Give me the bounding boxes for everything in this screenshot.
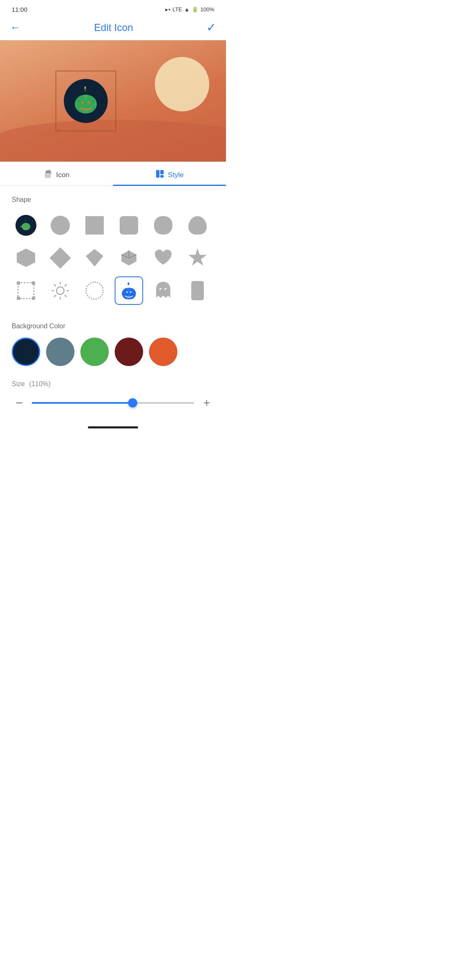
svg-rect-28 [32, 281, 35, 285]
tab-style[interactable]: Style [113, 164, 226, 186]
shape-item-heart[interactable] [149, 244, 177, 272]
size-control: − + [12, 395, 214, 410]
shape-item-square[interactable] [80, 211, 109, 240]
preview-sun [155, 57, 209, 111]
shape-item-current-icon[interactable] [12, 211, 40, 240]
color-swatch-3[interactable] [115, 338, 143, 366]
svg-point-18 [22, 223, 31, 230]
icon-tab-icon [44, 169, 53, 181]
status-icons: ▸▪ LTE ▲ 🔋 100% [165, 6, 214, 13]
size-plus-button[interactable]: + [199, 395, 214, 410]
svg-point-3 [86, 95, 95, 113]
color-swatch-1[interactable] [46, 338, 74, 366]
svg-line-37 [65, 295, 67, 297]
shape-item-selection[interactable] [12, 276, 40, 305]
tab-icon-label: Icon [56, 171, 69, 179]
bottom-bar [0, 419, 226, 433]
wifi-icon: ▸▪ [165, 6, 170, 13]
shape-item-cube[interactable] [115, 244, 143, 272]
svg-rect-29 [17, 297, 20, 300]
confirm-button[interactable]: ✓ [206, 21, 216, 34]
back-button[interactable]: ← [10, 21, 21, 34]
svg-point-2 [77, 95, 86, 113]
svg-point-21 [21, 226, 22, 227]
preview-icon-inner [64, 79, 108, 123]
shape-grid [12, 211, 214, 305]
shape-item-star[interactable] [183, 244, 212, 272]
shape-item-rounded-square[interactable] [115, 211, 143, 240]
preview-icon-frame [56, 71, 116, 132]
style-tab-icon [155, 169, 164, 181]
shape-section: Shape [0, 186, 226, 312]
shape-item-diamond-gem[interactable] [80, 244, 109, 272]
color-row [12, 338, 214, 366]
size-section: Size (110%) − + [0, 374, 226, 419]
status-bar: 11:00 ▸▪ LTE ▲ 🔋 100% [0, 0, 226, 16]
shape-item-phone[interactable] [183, 276, 212, 305]
svg-rect-17 [26, 220, 26, 222]
shape-item-diamond-rotate[interactable] [46, 244, 74, 272]
color-swatch-2[interactable] [80, 338, 109, 366]
shape-item-squircle[interactable] [149, 211, 177, 240]
battery-label: 100% [200, 6, 214, 13]
svg-rect-30 [32, 297, 35, 300]
shape-item-circle[interactable] [46, 211, 74, 240]
tab-style-label: Style [168, 171, 184, 179]
svg-rect-16 [160, 175, 164, 178]
svg-rect-40 [128, 282, 129, 285]
svg-rect-10 [85, 86, 86, 89]
slider-track[interactable] [32, 402, 194, 404]
background-color-section: Background Color [0, 312, 226, 374]
page-title: Edit Icon [94, 22, 133, 34]
size-label: Size (110%) [12, 380, 214, 388]
shape-item-pumpkin[interactable] [115, 276, 143, 305]
current-icon-shape [15, 215, 36, 236]
shape-item-dotted-circle[interactable] [80, 276, 109, 305]
svg-point-9 [85, 111, 87, 113]
svg-point-31 [56, 287, 64, 294]
shape-item-hexagon[interactable] [12, 244, 40, 272]
background-color-label: Background Color [12, 322, 214, 330]
size-minus-button[interactable]: − [12, 395, 27, 410]
tab-icon[interactable]: Icon [0, 164, 113, 186]
svg-point-48 [161, 289, 162, 290]
color-swatch-4[interactable] [149, 338, 177, 366]
svg-point-8 [92, 101, 94, 102]
tabs-bar: Icon Style [0, 162, 226, 186]
pumpkin-preview-svg [70, 85, 102, 117]
svg-point-49 [166, 289, 167, 290]
preview-area [0, 40, 226, 162]
status-time: 11:00 [12, 6, 28, 13]
shape-item-cloud[interactable] [183, 211, 212, 240]
svg-rect-13 [45, 173, 51, 178]
svg-line-36 [54, 284, 56, 286]
svg-rect-27 [17, 281, 20, 285]
battery-icon: 🔋 [192, 6, 198, 13]
signal-icon: ▲ [184, 6, 190, 13]
color-swatch-0[interactable] [12, 338, 40, 366]
shape-label: Shape [12, 196, 214, 204]
size-value-label: (110%) [29, 380, 51, 387]
svg-line-38 [65, 284, 67, 286]
svg-rect-26 [18, 283, 34, 299]
svg-line-39 [54, 295, 56, 297]
svg-rect-15 [160, 170, 164, 174]
svg-rect-14 [156, 170, 159, 178]
slider-fill [32, 402, 133, 404]
lte-label: LTE [172, 6, 182, 13]
shape-item-ghost[interactable] [149, 276, 177, 305]
svg-point-7 [78, 101, 80, 102]
slider-thumb[interactable] [128, 398, 137, 407]
shape-item-sun-outline[interactable] [46, 276, 74, 305]
size-label-text: Size [12, 380, 25, 387]
bottom-pill [88, 426, 138, 428]
top-bar: ← Edit Icon ✓ [0, 16, 226, 40]
